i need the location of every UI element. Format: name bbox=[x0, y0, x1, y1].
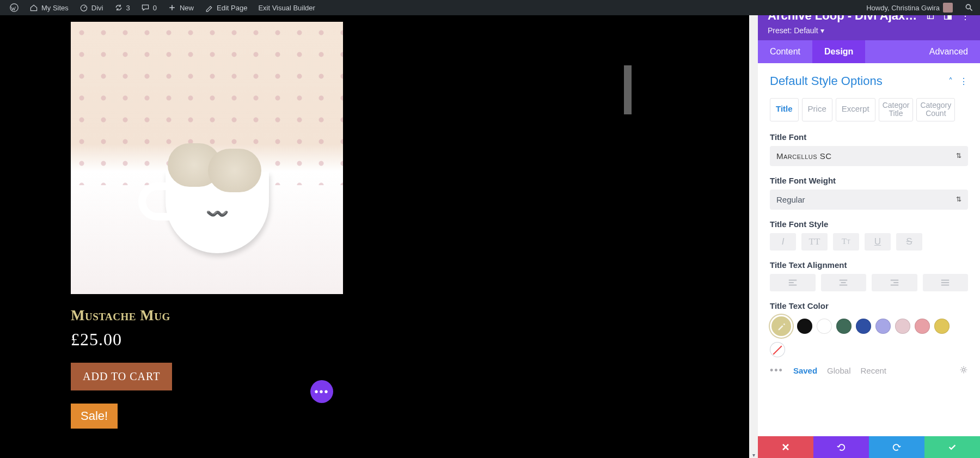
select-title-font[interactable]: Marcellus SC ⇅ bbox=[770, 146, 968, 166]
underline-button[interactable]: U bbox=[865, 233, 891, 251]
label-alignment: Title Text Alignment bbox=[770, 260, 968, 270]
panel-drag-handle[interactable] bbox=[624, 65, 632, 114]
comments-link[interactable]: 0 bbox=[136, 0, 162, 15]
swatch-white[interactable] bbox=[817, 319, 832, 334]
caret-icon: ⇅ bbox=[956, 196, 961, 203]
swatch-green[interactable] bbox=[836, 319, 852, 334]
subtab-category-title[interactable]: Categor Title bbox=[879, 98, 914, 121]
page-scrollbar[interactable]: ▴ ▾ bbox=[749, 0, 758, 458]
site-name-label: Divi bbox=[91, 4, 103, 12]
strikethrough-button[interactable]: S bbox=[896, 233, 922, 251]
fab-more-button[interactable]: ••• bbox=[310, 380, 333, 403]
label-text-color: Title Text Color bbox=[770, 301, 968, 310]
section-menu-icon[interactable]: ⋮ bbox=[959, 76, 968, 87]
product-price: £25.00 bbox=[71, 329, 343, 350]
mug-illustration: 〰️ bbox=[166, 172, 269, 253]
collapse-icon[interactable]: ˄ bbox=[948, 76, 953, 87]
save-button[interactable] bbox=[924, 436, 980, 458]
swatch-blush[interactable] bbox=[895, 319, 910, 334]
tab-design[interactable]: Design bbox=[812, 40, 865, 63]
panel-body: Default Style Options ˄ ⋮ Title Price Ex… bbox=[758, 63, 980, 436]
svg-point-2 bbox=[966, 4, 970, 9]
label-font-style: Title Font Style bbox=[770, 219, 968, 229]
cancel-button[interactable] bbox=[758, 436, 813, 458]
svg-point-6 bbox=[963, 368, 965, 371]
palette-more-icon[interactable]: ••• bbox=[770, 365, 783, 376]
edit-page-link[interactable]: Edit Page bbox=[199, 0, 253, 15]
home-icon bbox=[29, 3, 38, 12]
align-right-button[interactable] bbox=[872, 274, 917, 291]
site-name-link[interactable]: Divi bbox=[74, 0, 109, 15]
my-sites-link[interactable]: My Sites bbox=[24, 0, 74, 15]
smallcaps-button[interactable]: TT bbox=[833, 233, 859, 251]
swatch-black[interactable] bbox=[797, 319, 812, 334]
preset-label: Preset: Default bbox=[768, 26, 818, 35]
palette-saved[interactable]: Saved bbox=[793, 366, 817, 375]
color-picker-button[interactable] bbox=[770, 315, 793, 338]
avatar bbox=[943, 3, 953, 13]
label-font-weight: Title Font Weight bbox=[770, 176, 968, 185]
undo-button[interactable] bbox=[813, 436, 869, 458]
style-subtabs: Title Price Excerpt Categor Title Catego… bbox=[770, 98, 968, 121]
label-title-font: Title Font bbox=[770, 132, 968, 142]
howdy-label: Howdy, Christina Gwira bbox=[866, 4, 940, 12]
product-title[interactable]: Mustache Mug bbox=[71, 307, 343, 324]
ellipsis-icon: ••• bbox=[314, 386, 329, 398]
subtab-price[interactable]: Price bbox=[802, 98, 832, 121]
swatch-lavender[interactable] bbox=[875, 319, 891, 334]
wp-admin-bar: My Sites Divi 3 0 New bbox=[0, 0, 980, 15]
redo-button[interactable] bbox=[869, 436, 924, 458]
howdy-user[interactable]: Howdy, Christina Gwira bbox=[861, 0, 958, 15]
alignment-buttons bbox=[770, 274, 968, 291]
caret-icon: ⇅ bbox=[956, 152, 962, 160]
font-style-buttons: I TT TT U S bbox=[770, 233, 968, 251]
edit-page-label: Edit Page bbox=[217, 4, 247, 12]
tab-advanced[interactable]: Advanced bbox=[917, 40, 980, 63]
swatch-pink[interactable] bbox=[915, 319, 930, 334]
exit-visual-builder[interactable]: Exit Visual Builder bbox=[253, 0, 321, 15]
preset-selector[interactable]: Preset: Default ▾ bbox=[768, 26, 970, 35]
updates-count: 3 bbox=[126, 4, 130, 12]
section-title[interactable]: Default Style Options bbox=[770, 74, 942, 88]
page-content: 〰️ Mustache Mug £25.00 ADD TO CART Sale!… bbox=[0, 15, 632, 458]
panel-footer bbox=[758, 436, 980, 458]
swatch-none[interactable] bbox=[770, 342, 785, 357]
panel-tabs: Content Design Advanced bbox=[758, 40, 980, 63]
color-swatches bbox=[770, 315, 968, 357]
new-label: New bbox=[180, 4, 194, 12]
refresh-icon bbox=[114, 3, 123, 12]
select-font-value: Marcellus SC bbox=[776, 151, 832, 161]
align-left-button[interactable] bbox=[770, 274, 816, 291]
swatch-navy[interactable] bbox=[856, 319, 871, 334]
new-link[interactable]: New bbox=[162, 0, 199, 15]
product-image[interactable]: 〰️ bbox=[71, 22, 343, 294]
align-justify-button[interactable] bbox=[923, 274, 969, 291]
search-icon[interactable] bbox=[965, 3, 973, 12]
comments-count: 0 bbox=[153, 4, 157, 12]
add-to-cart-button[interactable]: ADD TO CART bbox=[71, 363, 172, 390]
select-font-weight[interactable]: Regular ⇅ bbox=[770, 190, 968, 210]
plus-icon bbox=[168, 3, 176, 12]
gear-icon[interactable] bbox=[959, 365, 968, 376]
subtab-title[interactable]: Title bbox=[770, 98, 799, 121]
subtab-category-count[interactable]: Category Count bbox=[916, 98, 955, 121]
gauge-icon bbox=[79, 3, 88, 12]
subtab-excerpt[interactable]: Excerpt bbox=[836, 98, 875, 121]
uppercase-button[interactable]: TT bbox=[801, 233, 828, 251]
settings-panel: Archive Loop - Divi Ajax Filt... ⋮ Prese… bbox=[758, 0, 980, 458]
scroll-down-icon[interactable]: ▾ bbox=[749, 452, 758, 458]
exit-vb-label: Exit Visual Builder bbox=[258, 4, 315, 12]
tab-content[interactable]: Content bbox=[758, 40, 812, 63]
palette-global[interactable]: Global bbox=[827, 366, 850, 375]
italic-button[interactable]: I bbox=[770, 233, 796, 251]
wp-logo[interactable] bbox=[4, 0, 24, 15]
align-center-button[interactable] bbox=[821, 274, 867, 291]
chevron-down-icon: ▾ bbox=[820, 26, 824, 35]
product-card: 〰️ Mustache Mug £25.00 ADD TO CART Sale! bbox=[71, 22, 343, 429]
select-weight-value: Regular bbox=[776, 195, 805, 204]
palette-recent[interactable]: Recent bbox=[860, 366, 886, 375]
updates-link[interactable]: 3 bbox=[109, 0, 136, 15]
sale-badge: Sale! bbox=[71, 404, 118, 429]
palette-footer: ••• Saved Global Recent bbox=[770, 365, 968, 376]
swatch-gold[interactable] bbox=[934, 319, 950, 334]
